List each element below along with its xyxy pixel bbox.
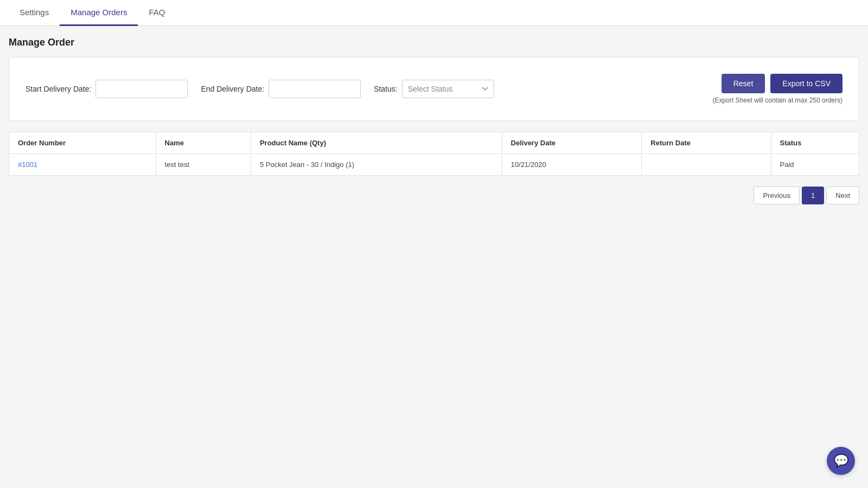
navigation-tabs: Settings Manage Orders FAQ <box>0 0 868 26</box>
filter-panel: Start Delivery Date: End Delivery Date: … <box>9 57 859 121</box>
name-cell: test test <box>156 154 251 176</box>
col-status: Status <box>771 132 859 154</box>
delivery-date-cell: 10/21/2020 <box>502 154 642 176</box>
export-csv-button[interactable]: Export to CSV <box>770 74 843 93</box>
status-label: Status: <box>374 85 398 93</box>
start-date-label: Start Delivery Date: <box>25 85 91 93</box>
order-number-cell: #1001 <box>9 154 156 176</box>
next-button[interactable]: Next <box>826 187 859 204</box>
tab-settings[interactable]: Settings <box>9 0 60 26</box>
pagination: Previous 1 Next <box>9 187 859 204</box>
status-group: Status: Select Status Paid Pending Cance… <box>374 80 494 98</box>
page-content: Manage Order Start Delivery Date: End De… <box>0 26 868 215</box>
reset-button[interactable]: Reset <box>722 74 765 93</box>
filter-row: Start Delivery Date: End Delivery Date: … <box>25 74 843 104</box>
table-header: Order Number Name Product Name (Qty) Del… <box>9 132 859 154</box>
page-1-button[interactable]: 1 <box>802 187 824 204</box>
col-product-name: Product Name (Qty) <box>251 132 502 154</box>
table-row: #1001 test test 5 Pocket Jean - 30 / Ind… <box>9 154 859 176</box>
filter-buttons: Reset Export to CSV <box>722 74 843 93</box>
start-date-input[interactable] <box>95 80 188 98</box>
page-title: Manage Order <box>9 37 859 48</box>
end-date-input[interactable] <box>269 80 361 98</box>
status-cell: Paid <box>771 154 859 176</box>
table-header-row: Order Number Name Product Name (Qty) Del… <box>9 132 859 154</box>
col-return-date: Return Date <box>642 132 771 154</box>
product-name-cell: 5 Pocket Jean - 30 / Indigo (1) <box>251 154 502 176</box>
filter-actions: Reset Export to CSV (Export Sheet will c… <box>713 74 843 104</box>
status-select[interactable]: Select Status Paid Pending Cancelled <box>402 80 494 98</box>
orders-table: Order Number Name Product Name (Qty) Del… <box>9 132 859 176</box>
order-number-link[interactable]: #1001 <box>18 160 37 169</box>
col-order-number: Order Number <box>9 132 156 154</box>
end-date-group: End Delivery Date: <box>201 80 361 98</box>
start-date-group: Start Delivery Date: <box>25 80 188 98</box>
col-name: Name <box>156 132 251 154</box>
return-date-cell <box>642 154 771 176</box>
tab-manage-orders[interactable]: Manage Orders <box>60 0 138 26</box>
previous-button[interactable]: Previous <box>754 187 800 204</box>
end-date-label: End Delivery Date: <box>201 85 264 93</box>
tab-faq[interactable]: FAQ <box>138 0 176 26</box>
table-body: #1001 test test 5 Pocket Jean - 30 / Ind… <box>9 154 859 176</box>
export-note: (Export Sheet will contain at max 250 or… <box>713 97 843 104</box>
col-delivery-date: Delivery Date <box>502 132 642 154</box>
